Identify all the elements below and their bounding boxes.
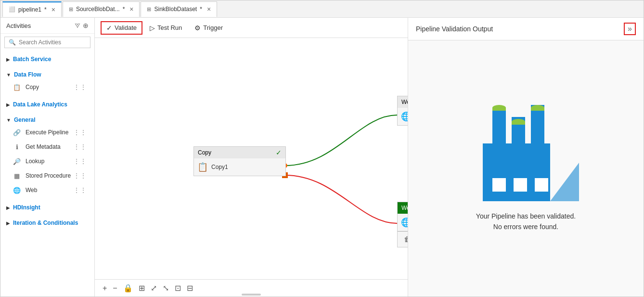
copy-node-label: Copy1 [211, 164, 228, 170]
hdinsight-arrow: ▶ [6, 205, 10, 210]
pipeline-toolbar: ✓ Validate ▷ Test Run ⚙ Trigger [95, 18, 408, 38]
trigger-button[interactable]: ⚙ Trigger [189, 22, 228, 34]
web-failure-delete-btn[interactable]: 🗑 [401, 233, 408, 245]
category-batch-service: ▶ Batch Service [0, 51, 94, 66]
zoom-out-btn[interactable]: − [111, 283, 119, 294]
test-run-label: Test Run [157, 24, 182, 31]
test-run-button[interactable]: ▷ Test Run [144, 22, 187, 34]
right-panel: Pipeline Validation Output » [408, 18, 644, 297]
lock-btn[interactable]: 🔒 [121, 283, 135, 294]
auto-layout-btn[interactable]: ⊟ [185, 283, 195, 294]
activity-lookup[interactable]: 🔎 Lookup ⋮⋮ [8, 154, 90, 168]
category-iteration: ▶ Iteration & Conditionals [0, 215, 94, 230]
tab-sourceblobdat-label: SourceBlobDat... [76, 6, 120, 13]
tab-sinkblobdataset[interactable]: ⊞ SinkBlobDataset * × [141, 1, 217, 17]
batch-service-header[interactable]: ▶ Batch Service [4, 54, 90, 65]
general-arrow: ▼ [6, 117, 11, 123]
iteration-arrow: ▶ [6, 220, 10, 226]
hdinsight-label: HDInsight [13, 204, 40, 211]
copy-node[interactable]: Copy ✓ 📋 Copy1 [193, 146, 286, 176]
web-success-icon: 🌐 [401, 112, 408, 121]
data-lake-header[interactable]: ▶ Data Lake Analytics [4, 99, 90, 110]
tab-bar: ⬜ pipeline1 * × ⊞ SourceBlobDat... * × ⊞… [0, 0, 644, 18]
category-general: ▼ General 🔗 Execute Pipeline ⋮⋮ [0, 112, 94, 199]
copy-node-header: Copy ✓ [194, 147, 285, 158]
batch-service-label: Batch Service [13, 56, 51, 63]
data-flow-label: Data Flow [14, 71, 41, 78]
activity-web[interactable]: 🌐 Web ⋮⋮ [8, 183, 90, 197]
trigger-icon: ⚙ [194, 24, 201, 32]
iteration-label: Iteration & Conditionals [13, 220, 78, 226]
web-success-header: Web ✓ [398, 96, 408, 108]
web-drag[interactable]: ⋮⋮ [73, 186, 87, 194]
test-run-icon: ▷ [150, 24, 155, 32]
stored-procedure-drag[interactable]: ⋮⋮ [73, 172, 87, 180]
data-flow-header[interactable]: ▼ Data Flow [4, 69, 90, 80]
pipeline-canvas[interactable]: Copy ✓ 📋 Copy1 Web ✓ 🌐 [95, 38, 408, 279]
activity-copy[interactable]: 📋 Copy ⋮⋮ [8, 80, 90, 94]
web-success-title: Web [401, 99, 408, 105]
batch-service-arrow: ▶ [6, 57, 10, 62]
failure-connector [285, 175, 397, 223]
get-metadata-icon: ℹ [12, 142, 22, 152]
web-failure-header: Web ✓ [398, 202, 408, 214]
tab-sourceblobdat[interactable]: ⊞ SourceBlobDat... * × [63, 1, 140, 17]
factory-mountain [550, 163, 579, 201]
tab-sinkblobdataset-close[interactable]: × [207, 5, 211, 13]
factory-chimney3 [531, 105, 544, 143]
expand-all-icon[interactable]: ⩔ [74, 22, 81, 29]
zoom-in-btn[interactable]: + [101, 283, 109, 294]
category-data-lake: ▶ Data Lake Analytics [0, 96, 94, 112]
left-panel-header: Activities ⩔ ⊕ [0, 18, 94, 34]
tab-sinkblobdataset-label: SinkBlobDataset [154, 6, 197, 13]
fit-btn[interactable]: ⊞ [137, 283, 147, 294]
activity-execute-pipeline[interactable]: 🔗 Execute Pipeline ⋮⋮ [8, 125, 90, 140]
validation-content: Your Pipeline has been validated. No err… [408, 40, 644, 297]
get-metadata-drag[interactable]: ⋮⋮ [73, 143, 87, 151]
category-data-flow: ▼ Data Flow 📋 Copy ⋮⋮ [0, 66, 94, 96]
tab-pipeline1[interactable]: ⬜ pipeline1 * × [2, 1, 62, 17]
execute-pipeline-drag[interactable]: ⋮⋮ [73, 129, 87, 136]
activity-stored-procedure[interactable]: ▦ Stored Procedure ⋮⋮ [8, 168, 90, 183]
collapse-btn[interactable]: ⤡ [161, 283, 171, 294]
web-failure-node[interactable]: Web ✓ 🌐 SendFailureEmailActiv... 🗑 📄 ⊕→ [397, 202, 408, 247]
collapse-right-panel-btn[interactable]: » [624, 23, 636, 35]
lookup-label: Lookup [26, 158, 44, 165]
search-input[interactable] [19, 39, 86, 46]
general-label: General [14, 116, 36, 123]
source-tab-icon: ⊞ [69, 6, 73, 13]
validate-icon: ✓ [106, 24, 112, 32]
web-label: Web [26, 187, 37, 194]
web-success-body: 🌐 SendSuccessEmailActi... [398, 108, 408, 125]
lookup-icon: 🔎 [12, 156, 22, 166]
web-success-node[interactable]: Web ✓ 🌐 SendSuccessEmailActi... [397, 96, 408, 126]
factory-illustration [468, 105, 584, 201]
general-header[interactable]: ▼ General [4, 115, 90, 125]
expand-btn[interactable]: ⤢ [149, 283, 159, 294]
zoom-reset-btn[interactable]: ⊡ [173, 283, 183, 294]
validate-label: Validate [115, 24, 137, 31]
factory-window-2 [514, 178, 527, 192]
iteration-header[interactable]: ▶ Iteration & Conditionals [4, 218, 90, 228]
search-icon: 🔍 [9, 39, 16, 46]
copy-drag-handle[interactable]: ⋮⋮ [73, 83, 87, 91]
lookup-drag[interactable]: ⋮⋮ [73, 157, 87, 165]
validation-output-title: Pipeline Validation Output [416, 25, 493, 33]
factory-top3 [531, 105, 544, 111]
add-activity-icon[interactable]: ⊕ [83, 22, 89, 29]
data-flow-items: 📋 Copy ⋮⋮ [4, 80, 90, 94]
get-metadata-label: Get Metadata [26, 143, 61, 150]
tab-sourceblobdat-close[interactable]: × [129, 5, 133, 13]
web-activity-icon: 🌐 [12, 185, 22, 195]
validate-button[interactable]: ✓ Validate [101, 21, 142, 35]
tab-pipeline1-close[interactable]: × [52, 6, 55, 13]
hdinsight-header[interactable]: ▶ HDInsight [4, 202, 90, 213]
activity-get-metadata[interactable]: ℹ Get Metadata ⋮⋮ [8, 140, 90, 154]
sink-tab-icon: ⊞ [147, 6, 151, 13]
tab-pipeline1-label: pipeline1 [18, 6, 41, 13]
web-failure-icon: 🌐 [401, 218, 408, 227]
category-hdinsight: ▶ HDInsight [0, 199, 94, 215]
activities-title: Activities [6, 22, 31, 29]
tab-sinkblobdataset-modified: * [200, 6, 202, 13]
canvas-bottom-toolbar: + − 🔒 ⊞ ⤢ ⤡ ⊡ ⊟ [95, 279, 408, 297]
